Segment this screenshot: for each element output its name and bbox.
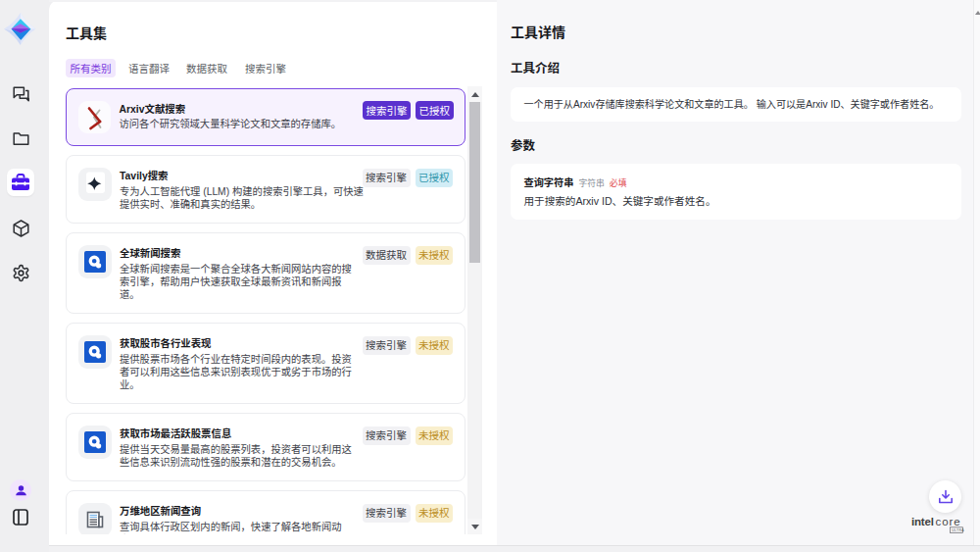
svg-text:core: core: [936, 516, 961, 527]
svg-text:intel: intel: [911, 516, 934, 527]
svg-text:ULTRA: ULTRA: [952, 528, 964, 532]
